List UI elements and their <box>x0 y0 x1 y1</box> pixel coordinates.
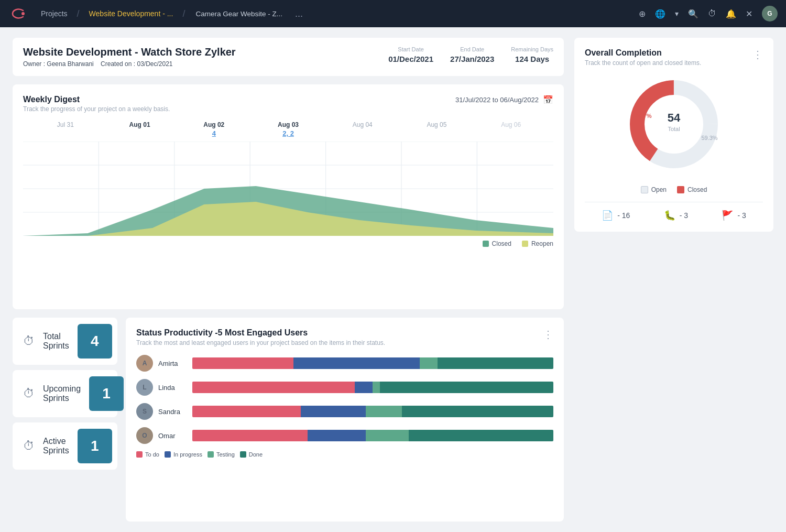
stat-item-3: 🚩 - 3 <box>722 210 746 221</box>
weekly-chart-svg <box>23 142 553 236</box>
productivity-more-icon[interactable]: ⋮ <box>543 328 553 341</box>
productivity-legend: To doIn progressTestingDone <box>136 451 553 458</box>
bar-segment <box>366 430 409 441</box>
nav-tab2[interactable]: Camera Gear Website - Z... <box>187 7 291 21</box>
bar-segment <box>409 430 553 441</box>
start-date-item: Start Date 01/Dec/2021 <box>388 46 433 63</box>
user-row-3: OOmar <box>136 427 553 444</box>
timer-icon[interactable]: ⏱ <box>708 9 716 18</box>
bar-segment <box>293 357 420 369</box>
sprint-card-total: ⏱ Total Sprints 4 <box>13 318 117 365</box>
stat-flag-icon: 🚩 <box>722 210 733 221</box>
stat-doc-icon: 📄 <box>602 210 613 221</box>
user-bar-3 <box>192 430 553 441</box>
nav-more[interactable]: ... <box>291 8 307 19</box>
nav-projects[interactable]: Projects <box>34 6 75 21</box>
prod-swatch-3 <box>240 451 246 458</box>
project-header: Website Development - Watch Store Zylker… <box>13 38 564 76</box>
nav-separator2: / <box>180 8 187 19</box>
open-swatch <box>641 186 648 193</box>
nav-separator: / <box>75 8 82 19</box>
donut-container: 54 Total 40.7% 59.3% <box>585 67 763 182</box>
chart-svg-container <box>23 142 553 236</box>
overall-completion-card: Overall Completion Track the count of op… <box>574 38 773 232</box>
project-meta: Owner : Geena Bharwani Created on : 03/D… <box>23 60 236 68</box>
active-sprints-icon: ⏱ <box>23 439 35 453</box>
reopen-legend-dot <box>522 241 528 247</box>
app-logo[interactable] <box>8 4 27 23</box>
user-rows-container: AAmirtaLLindaSSandraOOmar <box>136 355 553 444</box>
user-bar-1 <box>192 382 553 393</box>
close-icon[interactable]: ✕ <box>746 9 752 19</box>
user-avatar[interactable]: G <box>762 6 778 21</box>
right-column: Overall Completion Track the count of op… <box>574 38 773 522</box>
total-sprints-icon: ⏱ <box>23 334 35 348</box>
owner-label: Owner : <box>23 60 45 68</box>
project-dates: Start Date 01/Dec/2021 End Date 27/Jan/2… <box>388 46 553 63</box>
weekly-digest-card: Weekly Digest Track the progress of your… <box>13 84 564 309</box>
user-avatar-0: A <box>136 355 153 372</box>
productivity-header: Status Productivity -5 Most Engaged User… <box>136 328 553 346</box>
user-name-0: Amirta <box>158 360 187 367</box>
calendar-icon[interactable]: 📅 <box>543 95 553 105</box>
search-icon[interactable]: 🔍 <box>688 9 698 19</box>
upcoming-sprints-label: Upcoming Sprints <box>43 384 81 403</box>
bar-segment <box>192 406 301 417</box>
completion-stats: 📄 - 16 🐛 - 3 🚩 - 3 <box>585 202 763 221</box>
donut-chart-svg: 54 Total 40.7% 59.3% <box>621 72 726 177</box>
digest-title: Weekly Digest <box>23 95 170 104</box>
svg-text:54: 54 <box>668 111 681 124</box>
svg-text:40.7%: 40.7% <box>635 113 651 119</box>
sprints-section: ⏱ Total Sprints 4 ⏱ Upcoming Sprints 1 ⏱… <box>13 318 117 522</box>
digest-subtitle: Track the progress of your project on a … <box>23 105 170 113</box>
bar-segment <box>402 406 553 417</box>
end-date-item: End Date 27/Jan/2023 <box>450 46 494 63</box>
stat-item-1: 📄 - 16 <box>602 210 630 221</box>
chart-date-aug01: Aug 01 <box>103 121 177 137</box>
chart-date-aug05: Aug 05 <box>400 121 474 137</box>
end-date-label: End Date <box>450 46 494 52</box>
closed-legend-dot <box>483 241 489 247</box>
prod-swatch-2 <box>208 451 214 458</box>
user-row-1: LLinda <box>136 379 553 396</box>
upcoming-sprints-count: 1 <box>89 376 124 411</box>
bell-icon[interactable]: 🔔 <box>726 9 736 19</box>
bar-segment <box>301 406 366 417</box>
completion-title: Overall Completion <box>585 48 701 58</box>
bar-segment <box>420 357 438 369</box>
stat-1-value: - 16 <box>617 211 630 220</box>
chart-date-aug03: Aug 03 2, 2 <box>251 121 325 137</box>
user-avatar-2: S <box>136 403 153 420</box>
user-avatar-1: L <box>136 379 153 396</box>
bar-segment <box>373 382 380 393</box>
nav-tab1[interactable]: Website Development - ... <box>82 6 181 21</box>
user-icon[interactable]: ▾ <box>675 9 679 18</box>
user-name-1: Linda <box>158 384 187 392</box>
bar-segment <box>438 357 553 369</box>
sprint-card-upcoming: ⏱ Upcoming Sprints 1 <box>13 370 117 417</box>
bottom-row: ⏱ Total Sprints 4 ⏱ Upcoming Sprints 1 ⏱… <box>13 318 564 522</box>
project-title-section: Website Development - Watch Store Zylker… <box>23 46 236 68</box>
globe-icon[interactable]: 🌐 <box>655 9 665 19</box>
add-icon[interactable]: ⊕ <box>639 9 646 19</box>
user-row-2: SSandra <box>136 403 553 420</box>
digest-header: Weekly Digest Track the progress of your… <box>23 95 553 113</box>
chart-dates-row: Jul 31 Aug 01 Aug 02 4 Aug 03 2, 2 Aug 0… <box>23 121 553 137</box>
user-bar-2 <box>192 406 553 417</box>
prod-swatch-1 <box>165 451 171 458</box>
chart-date-jul31: Jul 31 <box>28 121 103 137</box>
svg-text:Total: Total <box>668 126 680 132</box>
stat-2-value: - 3 <box>680 211 688 220</box>
productivity-title: Status Productivity -5 Most Engaged User… <box>136 328 385 338</box>
active-sprints-label: Active Sprints <box>43 437 69 455</box>
closed-label: Closed <box>687 186 707 193</box>
prod-legend-item-2: Testing <box>208 451 235 458</box>
completion-subtitle: Track the count of open and closed items… <box>585 59 701 67</box>
user-name-2: Sandra <box>158 408 187 416</box>
completion-header: Overall Completion Track the count of op… <box>585 48 763 67</box>
remaining-label: Remaining Days <box>511 46 553 52</box>
digest-date-range: 31/Jul/2022 to 06/Aug/2022 📅 <box>455 95 553 105</box>
chart-legend: Closed Reopen <box>23 240 553 247</box>
completion-more-icon[interactable]: ⋮ <box>752 48 763 61</box>
prod-legend-label-2: Testing <box>216 451 235 458</box>
